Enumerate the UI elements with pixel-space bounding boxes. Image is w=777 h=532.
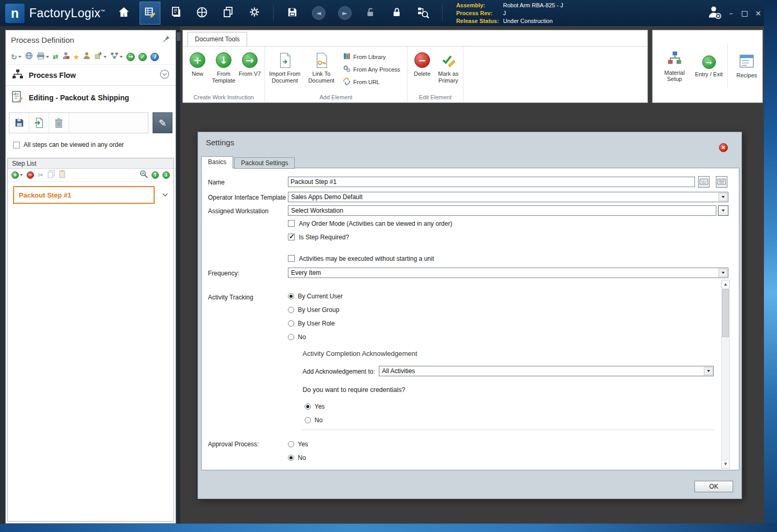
print-button[interactable]	[37, 52, 49, 62]
approval-no-radio[interactable]	[288, 455, 294, 461]
tracking-by-user-group-radio[interactable]	[288, 307, 294, 313]
pin-icon[interactable]	[163, 35, 170, 44]
flow-icon	[110, 52, 119, 62]
remove-step-button[interactable]: −	[27, 171, 34, 179]
edit-work-instructions-button[interactable]: ✎	[153, 112, 172, 133]
web-button[interactable]	[25, 52, 33, 62]
from-url-button[interactable]: From URL	[343, 77, 400, 86]
from-library-button[interactable]: From Library	[343, 52, 400, 61]
all-steps-any-order-label: All steps can be viewed in any order	[24, 141, 124, 148]
step-item-selected[interactable]: Packout Step #1	[13, 186, 155, 204]
delete-work-instruction-button[interactable]	[49, 113, 69, 133]
cut-step-button[interactable]: ✂	[38, 171, 44, 179]
group-caption: Create Work Instruction	[184, 92, 263, 102]
is-step-required-checkbox[interactable]	[288, 234, 295, 240]
award-button[interactable]: ★	[73, 53, 80, 61]
delete-element-button[interactable]: − Delete	[409, 51, 435, 77]
any-order-mode-checkbox[interactable]	[288, 220, 295, 227]
user-button[interactable]	[83, 52, 90, 62]
copy-documents-button[interactable]	[218, 2, 239, 25]
credentials-no-label: No	[315, 417, 322, 424]
recipes-button[interactable]: Recipes	[731, 54, 762, 78]
minimize-icon[interactable]: –	[727, 9, 735, 17]
publish-button[interactable]: →	[126, 53, 135, 61]
material-setup-icon	[667, 50, 682, 67]
link-to-document-button[interactable]: Link To Document	[303, 51, 340, 84]
process-definition-button[interactable]	[140, 2, 160, 25]
all-steps-any-order-checkbox[interactable]	[13, 142, 20, 148]
find-process-icon	[416, 6, 430, 21]
export-package-button[interactable]	[94, 52, 107, 62]
scroll-up-icon[interactable]: ▲	[722, 280, 729, 288]
ok-button[interactable]: OK	[694, 481, 733, 492]
titlebar: n FactoryLogix™ ◄ ►	[0, 0, 777, 26]
close-icon[interactable]: ×	[754, 9, 762, 17]
name-input[interactable]	[288, 177, 695, 187]
gears-icon	[343, 65, 351, 74]
copy-step-button[interactable]	[48, 170, 55, 180]
from-any-process-button[interactable]: From Any Process	[343, 65, 400, 74]
operator-interface-template-select[interactable]: Sales Apps Demo Default	[288, 192, 728, 202]
user-logout-button[interactable]	[707, 5, 722, 21]
validate-button[interactable]: ✓	[138, 53, 147, 61]
frequency-select[interactable]: Every Item	[288, 268, 728, 278]
paste-step-button[interactable]	[59, 170, 66, 180]
info-button[interactable]: i	[150, 53, 159, 61]
history-button[interactable]: ↻	[11, 53, 21, 61]
add-step-button[interactable]: +	[11, 171, 23, 179]
dialog-scrollbar[interactable]: ▲ ▼	[721, 280, 730, 469]
scrollbar-thumb[interactable]	[722, 289, 729, 337]
find-step-button[interactable]	[140, 170, 148, 180]
tracking-no-radio[interactable]	[288, 334, 294, 340]
dialog-title: Settings	[206, 138, 234, 147]
dropdown-arrow-icon	[722, 210, 725, 212]
approval-yes-radio[interactable]	[288, 441, 294, 447]
save-step-button[interactable]	[9, 113, 29, 133]
production-documents-button[interactable]	[166, 2, 187, 25]
scroll-down-icon[interactable]: ▼	[722, 460, 729, 468]
navigator-button[interactable]	[192, 2, 213, 25]
collapse-process-flow-button[interactable]	[160, 70, 169, 81]
maximize-icon[interactable]: □	[740, 9, 749, 17]
import-work-instruction-button[interactable]	[29, 113, 49, 133]
workstation-dropdown-button[interactable]	[718, 205, 728, 216]
tab-packout-settings[interactable]: Packout Settings	[234, 157, 295, 169]
check-in-button[interactable]	[387, 2, 408, 25]
home-button[interactable]	[113, 2, 134, 25]
tracking-by-user-role-radio[interactable]	[288, 320, 294, 327]
settings-button[interactable]	[244, 2, 265, 25]
process-flow-tool-button[interactable]	[110, 52, 123, 62]
dialog-close-icon[interactable]: ✕	[719, 143, 728, 152]
credentials-yes-radio[interactable]	[305, 403, 311, 410]
keyboard-icon-button[interactable]	[698, 176, 710, 188]
move-step-down-button[interactable]: ↓	[163, 171, 170, 179]
splitter-handle[interactable]	[177, 32, 180, 41]
new-work-instruction-button[interactable]: + New	[184, 51, 211, 77]
tab-basics[interactable]: Basics	[201, 156, 233, 169]
process-flow-row[interactable]: Process Flow	[6, 65, 176, 86]
import-from-document-button[interactable]: Import From Document	[266, 51, 303, 84]
step-expand-chevron[interactable]	[162, 193, 168, 197]
add-acknowledgement-select[interactable]: All Activities	[379, 366, 714, 376]
from-v7-button[interactable]: → From V7	[237, 51, 263, 77]
user-alert-button[interactable]	[62, 52, 69, 62]
panel-splitter[interactable]	[176, 30, 180, 524]
on-screen-keyboard-icon-button[interactable]	[716, 176, 727, 188]
forward-button[interactable]: ►	[334, 2, 355, 25]
assigned-workstation-select[interactable]: Select Workstation	[288, 205, 716, 216]
tab-document-tools[interactable]: Document Tools	[188, 32, 247, 46]
material-setup-button[interactable]: Material Setup	[659, 50, 690, 83]
move-step-up-button[interactable]: ↑	[152, 171, 159, 179]
entry-exit-button[interactable]: → Entry / Exit	[693, 55, 725, 78]
check-out-button[interactable]	[361, 2, 381, 25]
without-unit-checkbox[interactable]	[288, 255, 295, 262]
find-process-button[interactable]	[413, 2, 434, 25]
from-template-button[interactable]: ↓ From Template	[211, 51, 237, 84]
ribbon-tools-panel: Material Setup → Entry / Exit Recipes	[652, 30, 763, 103]
tracking-by-current-user-radio[interactable]	[288, 293, 294, 299]
save-button[interactable]	[282, 2, 303, 25]
transfer-button[interactable]: ⇄	[53, 53, 59, 61]
back-button[interactable]: ◄	[308, 2, 329, 25]
credentials-no-radio[interactable]	[305, 417, 311, 423]
mark-as-primary-button[interactable]: Mark as Primary	[435, 51, 461, 84]
